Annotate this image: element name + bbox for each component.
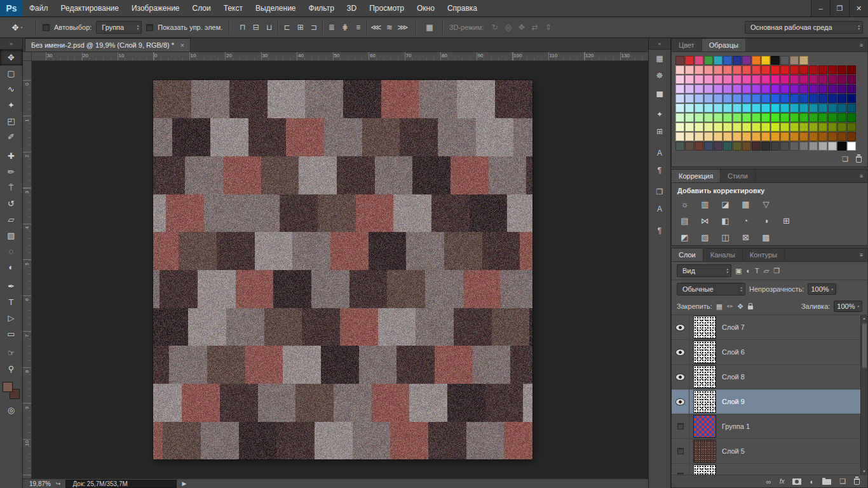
color-swatch[interactable] — [742, 56, 751, 65]
brush-tool[interactable]: ✏ — [0, 164, 23, 180]
color-swatch[interactable] — [742, 132, 751, 141]
color-swatch[interactable] — [837, 142, 846, 151]
add-layer-mask-icon[interactable] — [792, 478, 801, 485]
color-swatch[interactable] — [818, 94, 827, 103]
color-swatch[interactable] — [714, 75, 722, 84]
quick-mask-button[interactable]: ◎ — [8, 405, 15, 415]
scroll-down-icon[interactable]: ▼ — [861, 470, 867, 473]
adjustment-color-lookup-icon[interactable]: ⊞ — [778, 214, 795, 227]
color-swatch[interactable] — [818, 104, 827, 112]
color-swatch[interactable] — [790, 75, 799, 84]
color-swatch[interactable] — [818, 65, 827, 74]
color-swatch[interactable] — [780, 132, 789, 141]
color-swatch[interactable] — [809, 142, 818, 151]
color-swatch[interactable] — [714, 94, 722, 103]
color-swatch[interactable] — [847, 65, 856, 74]
color-swatch[interactable] — [761, 142, 770, 151]
adjustment-brightness-contrast-icon[interactable]: ☼ — [676, 197, 693, 211]
adjustment-black-white-icon[interactable]: ◧ — [717, 214, 734, 227]
distribute-top-icon[interactable]: ≣ — [325, 20, 338, 34]
color-swatch[interactable] — [799, 113, 808, 122]
filter-smart-objects-icon[interactable]: ❐ — [773, 267, 780, 275]
adjustment-curves-icon[interactable]: ◪ — [717, 197, 734, 211]
color-swatch[interactable] — [780, 85, 789, 93]
color-swatch[interactable] — [685, 142, 694, 151]
panel-icon-navigator[interactable]: ☸ — [648, 67, 671, 84]
adjustment-threshold-icon[interactable]: ◫ — [717, 230, 734, 244]
color-swatch[interactable] — [695, 65, 703, 74]
3d-scale-icon[interactable]: ⇕ — [541, 20, 555, 34]
visibility-toggle[interactable] — [672, 439, 689, 463]
color-swatch[interactable] — [761, 65, 770, 74]
layer-thumbnail[interactable] — [693, 464, 716, 475]
adjustment-posterize-icon[interactable]: ▨ — [696, 230, 714, 244]
color-swatch[interactable] — [761, 123, 770, 132]
show-transform-controls-checkbox[interactable] — [146, 24, 153, 31]
tab-Цвет[interactable]: Цвет — [672, 39, 702, 51]
color-swatch[interactable] — [799, 142, 808, 151]
layer-thumbnail[interactable] — [693, 341, 716, 363]
color-swatch[interactable] — [704, 113, 713, 122]
color-swatch[interactable] — [752, 123, 761, 132]
menu-item[interactable]: Окно — [410, 0, 441, 17]
visibility-toggle[interactable] — [672, 464, 689, 475]
color-swatch[interactable] — [818, 113, 827, 122]
color-swatch[interactable] — [837, 132, 846, 141]
color-swatch[interactable] — [675, 142, 684, 151]
color-swatch[interactable] — [714, 65, 722, 74]
color-swatch[interactable] — [695, 94, 703, 103]
adjustment-exposure-icon[interactable]: ▦ — [737, 197, 754, 211]
color-swatch[interactable] — [828, 104, 837, 112]
color-swatch[interactable] — [704, 104, 713, 112]
color-swatch[interactable] — [675, 123, 684, 132]
new-layer-icon[interactable]: ❏ — [839, 477, 846, 485]
color-swatch[interactable] — [809, 65, 818, 74]
visibility-toggle[interactable] — [672, 340, 689, 364]
color-swatch[interactable] — [733, 132, 742, 141]
color-swatch[interactable] — [828, 113, 837, 122]
visibility-toggle[interactable] — [672, 365, 689, 389]
color-swatch[interactable] — [714, 132, 722, 141]
panel-icon-paragraph[interactable]: ¶ — [648, 161, 671, 179]
layer-thumbnail[interactable] — [693, 390, 716, 413]
color-swatch[interactable] — [790, 85, 799, 93]
color-swatch[interactable] — [742, 142, 751, 151]
color-swatch[interactable] — [733, 75, 742, 84]
distribute-hcenter-icon[interactable]: ≋ — [383, 20, 396, 34]
color-swatch[interactable] — [742, 104, 751, 112]
layer-row[interactable]: Слой 6 — [672, 340, 860, 365]
panel-menu-icon[interactable]: ≡ — [855, 248, 867, 261]
color-swatch[interactable] — [723, 113, 732, 122]
color-swatch[interactable] — [809, 94, 818, 103]
color-swatch[interactable] — [723, 123, 732, 132]
color-swatch[interactable] — [790, 142, 799, 151]
menu-item[interactable]: Просмотр — [363, 0, 410, 17]
lock-all-icon[interactable] — [748, 306, 753, 309]
menu-item[interactable]: Выделение — [249, 0, 302, 17]
align-right-icon[interactable]: ⊐ — [307, 20, 320, 34]
3d-roll-icon[interactable]: ◎ — [501, 20, 515, 34]
color-swatch[interactable] — [847, 132, 856, 141]
foreground-color-swatch[interactable] — [3, 382, 13, 392]
color-swatch[interactable] — [752, 85, 761, 93]
color-swatch[interactable] — [799, 123, 808, 132]
3d-rotate-icon[interactable]: ↻ — [488, 20, 501, 34]
color-swatch[interactable] — [675, 94, 684, 103]
new-swatch-icon[interactable]: ❏ — [842, 155, 848, 163]
adjustment-channel-mixer-icon[interactable]: ◑ — [757, 214, 775, 227]
color-swatch[interactable] — [733, 142, 742, 151]
color-swatch[interactable] — [847, 75, 856, 84]
color-swatch[interactable] — [695, 104, 703, 112]
color-swatch[interactable] — [790, 132, 799, 141]
current-tool-preview[interactable]: ✥ ▾ — [5, 20, 29, 35]
filter-type-layers-icon[interactable]: T — [755, 267, 759, 274]
color-swatch[interactable] — [752, 113, 761, 122]
panel-menu-icon[interactable]: ≡ — [855, 39, 867, 51]
color-swatch[interactable] — [847, 94, 856, 103]
color-swatch[interactable] — [828, 85, 837, 93]
color-swatch[interactable] — [714, 56, 722, 65]
color-swatch[interactable] — [837, 65, 846, 74]
color-swatch[interactable] — [847, 85, 856, 93]
color-swatch[interactable] — [790, 56, 799, 65]
color-swatch[interactable] — [837, 75, 846, 84]
